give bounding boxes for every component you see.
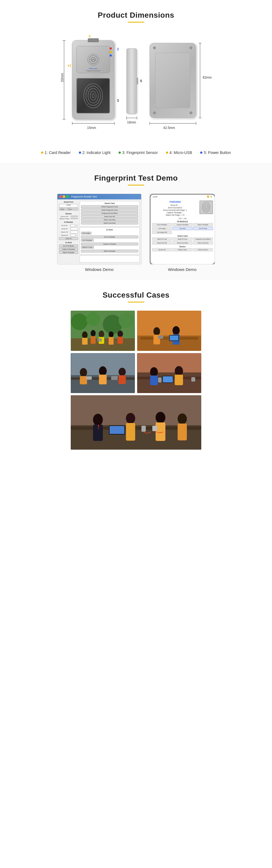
enrol-id-input[interactable] [70,224,75,227]
mb-get-image-360[interactable]: Get Image 360 [152,231,172,234]
close-button[interactable]: Close [66,208,73,211]
in-host-label: In Host [59,242,78,244]
device-section-label: Device [59,213,78,215]
dim-label-15mm: 15mm [87,126,96,130]
mb-enrol-template[interactable]: Enrol Template [152,223,172,226]
enrol-template-btn[interactable]: Enrol Template [59,245,78,247]
enrol-id-label: Enrol ID [59,225,70,226]
status-match: Match OK;Finger = 1!! [152,214,198,216]
device-sn-btn[interactable] [70,216,78,217]
svg-point-34 [173,326,180,335]
screenshot-mobile: 13:50 📶 🔋 F00D2652 Enrol ID ... Enrol Su… [150,194,215,265]
svg-rect-21 [91,336,95,344]
mb-get-image[interactable]: Get Image [152,227,172,230]
feature-power-button: 5: Power Button [200,150,231,155]
mb-device-version[interactable]: Device Version [193,248,213,251]
mb-fp-card-match[interactable]: Fingerprint Card Match [193,238,213,241]
serial-port-select[interactable]: COM1 [59,204,78,207]
status-enrol-finger: Enrol Succeed with finger: 1 [152,209,198,211]
enrol-template-host[interactable]: Enrol Template [81,236,138,238]
mb-get-data[interactable]: Get Data [173,227,192,230]
verify-id-input[interactable] [70,227,78,230]
get-template-btn[interactable]: Get Template [81,239,94,242]
mobile-body: F00D2652 Enrol ID ... Enrol Succeed:2 En… [150,199,215,264]
svg-rect-62 [191,377,195,381]
dim-label-82mm: 82mm [203,75,212,80]
win-right-area: Smart Card Wirite Fingerprint Card Read … [80,201,140,262]
svg-rect-71 [126,423,135,441]
svg-point-18 [82,331,88,338]
mobile-size: 256 * 288 [152,218,213,219]
feature-fingerprint-sensor: 3: Fingerprint Sensor [119,150,158,155]
svg-point-0 [91,57,95,62]
read-fp-card[interactable]: Read Fingerprint Card [81,209,138,211]
capture-template-btn[interactable]: Capture Template [59,248,78,250]
status-enrol-id: Enrol ID ... [152,204,198,206]
win-max-btn[interactable] [66,195,69,198]
delete-id-input[interactable] [70,234,75,237]
photo-bg-2 [137,311,201,351]
open-button[interactable]: Open [59,208,66,211]
label-3: 3 [117,99,119,102]
svg-rect-25 [109,337,114,345]
match-template-btn[interactable]: Match Template [59,251,78,254]
section-cases: Successful Cases [0,280,272,461]
sc-btn-grid: Write FP Card Read FP Card Fingerprint C… [152,238,213,245]
device-diagram: Fingerprint Scanner HFSecurity [57,31,215,145]
svg-point-1 [89,56,97,64]
svg-point-45 [99,366,107,376]
get-image-btn[interactable]: Get Image [81,232,91,235]
mb-set-fp-data[interactable]: Set FP Data [193,227,213,230]
mb-read-fp-card[interactable]: Read FP Card [173,238,192,241]
search-id-input[interactable] [70,231,78,234]
mb-read-card-data[interactable]: Read Card Data [173,241,192,245]
more-button[interactable]: ···· [74,208,78,211]
section-demo: Fingerprint Test Demo Fingerprint Reader… [0,163,272,280]
mb-write-card-data[interactable]: Write Card Data [193,241,213,245]
clear-id-btn[interactable]: Clear ID [59,237,78,240]
svg-rect-79 [152,426,157,431]
read-card-data[interactable]: Read Card Data [81,222,138,224]
match-template-host[interactable]: Match Template [81,250,138,252]
svg-point-47 [119,368,126,376]
svg-point-3 [84,84,102,108]
win-close-btn[interactable] [59,195,62,198]
mb-match-template[interactable]: Match Template [193,223,213,226]
indicators [110,47,112,57]
demo-mobile: 13:50 📶 🔋 F00D2652 Enrol ID ... Enrol Su… [150,194,215,272]
svg-rect-52 [138,353,201,372]
write-card-data[interactable]: Write Card Data [81,218,138,221]
mb-write-fp-card[interactable]: Write FP Card [152,238,172,241]
mb-device-sn[interactable]: Device SN [152,248,172,251]
svg-point-24 [109,331,114,337]
mobile-status-bar: 13:50 📶 🔋 [150,194,215,199]
dot-fingerprint [119,152,121,154]
mobile-time: 13:50 [153,196,157,198]
dot-card-reader [41,152,43,154]
read-card-sn[interactable]: Read Card SN [81,215,138,218]
mb-capture-template[interactable]: Capture Template [173,223,192,226]
label-power-button: 5: Power Button [204,150,231,155]
write-fp-card[interactable]: Wirite Fingerprint Card [81,205,138,208]
mb-battery-value[interactable]: Battery Value [173,248,192,251]
search-id-row: Search ID [59,231,78,234]
match-in-host-btn[interactable]: Match In Host [81,246,94,249]
battery-btn[interactable] [70,218,78,219]
smart-card-panel: Smart Card Wirite Fingerprint Card Read … [80,201,140,226]
label-1: ●1 [67,64,71,67]
fp-card-match[interactable]: FingerprintCard Match [81,212,138,215]
svg-point-26 [118,331,123,337]
dot-indicator [79,152,81,154]
dim-tick-16-right [137,117,137,119]
device-sn-label: Device SN [59,216,70,217]
svg-point-43 [80,368,87,377]
mb-read-card-sn[interactable]: Read Card SN [152,241,172,245]
capture-template-host[interactable]: Capture Template [81,243,138,245]
svg-point-20 [91,330,95,337]
dim-tick-15-left [72,122,72,125]
back-panel [155,53,190,108]
in-host-title: In Host [81,229,138,231]
win-min-btn[interactable] [63,195,65,198]
feature-micro-usb: 4: Micro-USB [166,150,192,155]
svg-rect-49 [86,376,92,379]
